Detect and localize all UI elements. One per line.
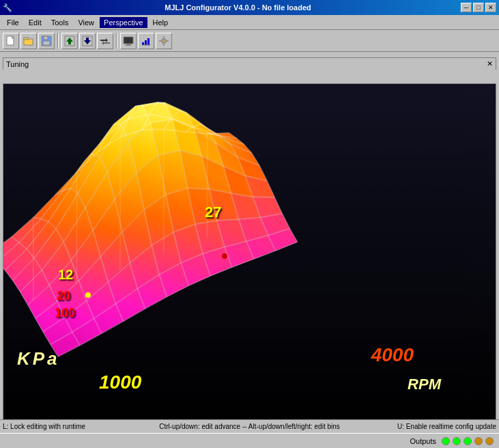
svg-rect-14: [103, 42, 110, 44]
svg-rect-18: [125, 45, 132, 46]
output-dot-1: [442, 437, 450, 445]
svg-rect-8: [68, 42, 71, 44]
toolbar-transfer-button[interactable]: [97, 33, 113, 49]
svg-rect-19: [142, 42, 144, 45]
toolbar-download-button[interactable]: [79, 33, 96, 49]
menu-tools[interactable]: Tools: [47, 17, 73, 28]
output-dot-3: [464, 437, 472, 445]
title-bar: 🔧 MJLJ Configurator V4.0.0 - No file loa…: [0, 0, 499, 15]
svg-rect-5: [43, 41, 50, 45]
output-dot-4: [474, 437, 483, 445]
3d-surface-chart[interactable]: [3, 84, 496, 431]
menu-view[interactable]: View: [74, 17, 98, 28]
svg-marker-15: [102, 41, 104, 45]
svg-rect-21: [147, 38, 149, 45]
toolbar-save-button[interactable]: [38, 33, 55, 49]
chart-dot-peak: [222, 253, 227, 259]
toolbar-sep-1: [57, 33, 59, 48]
status-right: U: Enable realtime config update: [373, 423, 496, 430]
svg-rect-16: [124, 37, 133, 44]
outputs-label: Outputs: [410, 437, 436, 445]
toolbar: [0, 30, 499, 52]
menu-file[interactable]: File: [3, 17, 23, 28]
maximize-button[interactable]: □: [473, 3, 484, 12]
toolbar-sep-2: [116, 33, 117, 48]
close-button[interactable]: ✕: [485, 3, 496, 12]
svg-point-28: [163, 40, 165, 42]
svg-rect-17: [126, 44, 130, 45]
status-bar: L: Lock editing with runtime Ctrl-up/dow…: [0, 419, 499, 433]
window-controls: ─ □ ✕: [461, 3, 496, 12]
menu-help[interactable]: Help: [149, 17, 173, 28]
main-area: Tuning ✕ 27 12 20 100 1000 4000 RPM KPa: [0, 68, 499, 436]
output-dot-2: [453, 437, 461, 445]
toolbar-tool-button[interactable]: [156, 33, 172, 49]
app-icon: 🔧: [3, 3, 12, 12]
status-left: L: Lock editing with runtime: [3, 423, 126, 430]
tuning-panel-title: Tuning: [6, 60, 29, 68]
svg-rect-20: [145, 40, 147, 45]
minimize-button[interactable]: ─: [461, 3, 472, 12]
toolbar-new-button[interactable]: [3, 33, 19, 49]
outputs-bar: Outputs: [0, 433, 499, 448]
toolbar-chart-button[interactable]: [138, 33, 154, 49]
toolbar-upload-button[interactable]: [61, 33, 78, 49]
svg-rect-2: [24, 38, 28, 40]
svg-rect-11: [86, 38, 89, 40]
svg-marker-13: [106, 38, 108, 42]
status-center: Ctrl-up/down: edit advance -- Alt-up/dow…: [126, 423, 373, 430]
window-title: MJLJ Configurator V4.0.0 - No file loade…: [165, 3, 311, 12]
tuning-panel: 27 12 20 100 1000 4000 RPM KPa: [3, 83, 496, 432]
tuning-panel-close-button[interactable]: ✕: [487, 59, 493, 68]
toolbar-screen-button[interactable]: [120, 33, 137, 49]
toolbar-open-button[interactable]: [20, 33, 37, 49]
chart-dot-left: [85, 292, 91, 298]
menu-perspective[interactable]: Perspective: [100, 17, 147, 28]
menu-bar: File Edit Tools View Perspective Help: [0, 15, 499, 30]
menu-edit[interactable]: Edit: [25, 17, 46, 28]
output-dot-5: [485, 437, 494, 445]
svg-rect-4: [44, 36, 48, 40]
tuning-panel-header: Tuning ✕: [3, 57, 496, 70]
